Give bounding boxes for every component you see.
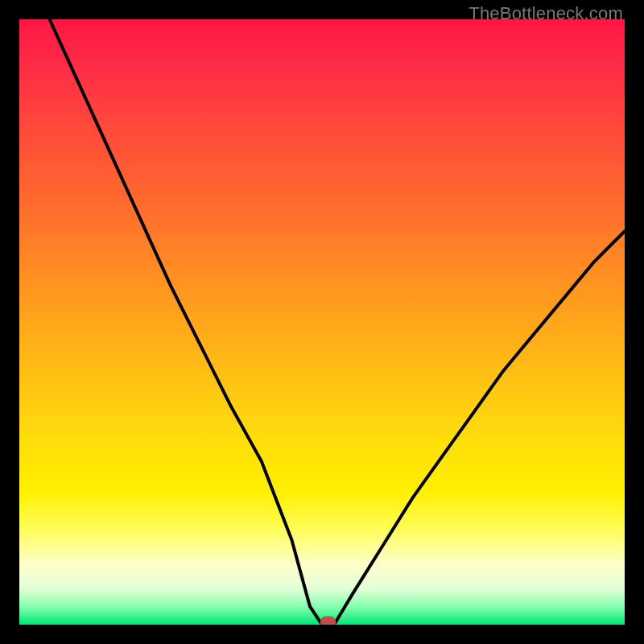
curve-marker bbox=[321, 617, 336, 625]
bottleneck-curve bbox=[50, 19, 625, 625]
plot-area bbox=[19, 19, 625, 625]
chart-frame: TheBottleneck.com bbox=[0, 0, 644, 644]
chart-svg bbox=[19, 19, 625, 625]
